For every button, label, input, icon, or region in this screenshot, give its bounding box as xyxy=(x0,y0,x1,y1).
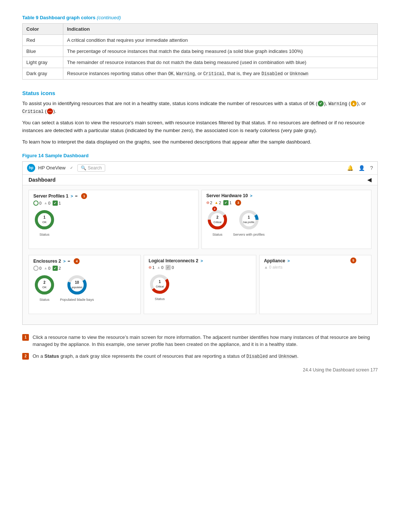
sh-donut-label: 2Critical xyxy=(213,215,221,224)
sh-donut: 2Critical xyxy=(206,209,229,231)
table-cell-indication: The percentage of resource instances tha… xyxy=(63,46,378,57)
chevron-icon: ✓ xyxy=(70,166,73,170)
server-profiles-panel: Server Profiles 1 > 1 0 ▲ 0 ✔ 1 xyxy=(29,190,199,249)
col-color-header: Color xyxy=(23,24,63,35)
topbar-icons: 🔔 👤 ? xyxy=(347,165,373,171)
sh-donut-wrapper: 2 2Critical xyxy=(206,209,229,232)
enc-title: Enclosures 2 > 4 xyxy=(33,258,136,264)
li-status-chart: 1Critical Status xyxy=(149,273,171,301)
triangle-icon: ▲ xyxy=(44,201,47,205)
li-link[interactable]: > xyxy=(200,259,203,263)
enc-ok-0: 0 xyxy=(33,266,41,271)
enc-donut: 2OK xyxy=(33,274,56,296)
sh-link[interactable]: > xyxy=(250,193,252,198)
dashboard-titlebar: Dashboard ◀ xyxy=(23,175,377,185)
status-icons-section: Status icons To assist you in identifyin… xyxy=(22,90,378,146)
annot-2: 2 xyxy=(212,206,217,211)
sh-warn-2: ▲ 2 xyxy=(214,201,221,205)
status-icons-para2: You can select a status icon to view the… xyxy=(22,119,378,135)
appliance-panel: Appliance > 5 ▲ 0 alerts xyxy=(259,255,371,314)
sh-title: Server Hardware 10 > xyxy=(206,193,367,198)
critical-icon: — xyxy=(47,108,53,114)
numbered-item-1: 1 Click a resource name to view the reso… xyxy=(22,334,378,348)
help-icon[interactable]: ? xyxy=(370,165,373,171)
sh-status-row: ⊖ 2 ▲ 2 ✔ 1 3 xyxy=(206,200,367,206)
panels-row-1: Server Profiles 1 > 1 0 ▲ 0 ✔ 1 xyxy=(29,190,371,249)
annot-5: 5 xyxy=(350,257,356,263)
status-icons-heading: Status icons xyxy=(22,90,378,96)
app-name: HP OneView xyxy=(38,165,66,171)
status-bold: Status xyxy=(44,353,59,359)
appliance-title: Appliance > 5 xyxy=(264,258,367,263)
bell-icon[interactable]: 🔔 xyxy=(347,165,353,171)
figure-title: Figure 14 Sample Dashboard xyxy=(22,153,378,158)
dashboard-container: hp HP OneView ✓ 🔍 Search 🔔 👤 ? Dashboard… xyxy=(22,161,378,325)
table-title: Table 9 Dashboard graph colors (continue… xyxy=(22,15,378,20)
unknown-code: Unknown xyxy=(279,354,297,359)
enc-pop-label: 10populated xyxy=(71,280,82,289)
appliance-alert-text: ▲ 0 alerts xyxy=(264,265,283,269)
sp-charts: 1OK Status xyxy=(33,209,194,236)
server-profiles-link[interactable]: > xyxy=(71,194,73,198)
enc-warn-0: ▲ 0 xyxy=(44,266,50,270)
col-indication-header: Indication xyxy=(63,24,378,35)
num-badge-2: 2 xyxy=(22,353,29,360)
sp-status-chart: 1OK Status xyxy=(33,209,56,236)
li-donut-label: 1Critical xyxy=(156,280,164,289)
sh-profile-label: 1has profile xyxy=(243,215,254,224)
li-check-icon: ✔ xyxy=(166,265,171,270)
search-box[interactable]: 🔍 Search xyxy=(77,164,105,172)
sp-ok-0: 0 xyxy=(33,201,41,206)
enc-dash xyxy=(68,261,70,262)
collapse-button[interactable]: ◀ xyxy=(367,177,371,183)
item-1-text: Click a resource name to view the resour… xyxy=(33,334,378,348)
li-check-0: ✔ 0 xyxy=(166,265,174,270)
numbered-list: 1 Click a resource name to view the reso… xyxy=(22,334,378,360)
table-cell-indication: A critical condition that requires your … xyxy=(63,35,378,46)
enc-status-sublabel: Status xyxy=(40,297,50,302)
table-row: Light gray xyxy=(23,57,63,68)
hp-logo: hp xyxy=(27,164,35,172)
numbered-item-2: 2 On a Status graph, a dark gray slice r… xyxy=(22,353,378,360)
sp-status-sublabel: Status xyxy=(40,232,50,236)
check-icon: ✔ xyxy=(53,201,58,206)
sh-profile-chart: 1has profile Servers with profiles xyxy=(233,209,265,236)
sp-check-1: ✔ 1 xyxy=(53,201,61,206)
color-table: Color Indication RedA critical condition… xyxy=(22,23,378,80)
user-icon[interactable]: 👤 xyxy=(359,165,365,171)
page-footer: 24.4 Using the Dashboard screen 177 xyxy=(22,367,378,373)
li-title: Logical Interconnects 2 > xyxy=(149,258,251,263)
dashboard-body: Server Profiles 1 > 1 0 ▲ 0 ✔ 1 xyxy=(23,185,377,324)
num-badge-1: 1 xyxy=(22,334,29,341)
enclosures-panel: Enclosures 2 > 4 0 ▲ 0 ✔ 2 xyxy=(29,255,141,314)
sh-check-1: ✔ 1 xyxy=(223,200,231,205)
appliance-link[interactable]: > xyxy=(287,259,290,263)
li-warn-0: ▲ 0 xyxy=(157,265,163,270)
sp-warn-0: ▲ 0 xyxy=(44,201,50,205)
enc-link[interactable]: > xyxy=(63,259,66,263)
li-critical-1: ⊖ 1 xyxy=(149,265,154,270)
enc-check-2: ✔ 2 xyxy=(53,266,61,271)
sp-donut: 1OK xyxy=(33,209,56,231)
annot-1: 1 xyxy=(81,193,87,199)
status-icons-para3: To learn how to interpret the data displ… xyxy=(22,138,378,146)
sh-charts: 2 2Critical Status xyxy=(206,209,367,236)
enc-status-chart: 2OK Status xyxy=(33,274,56,302)
dashboard-title: Dashboard xyxy=(29,177,56,183)
sh-profile-sublabel: Servers with profiles xyxy=(233,232,265,236)
enc-status-row: 0 ▲ 0 ✔ 2 xyxy=(33,266,136,271)
sh-status-sublabel: Status xyxy=(213,232,223,236)
li-charts: 1Critical Status xyxy=(149,273,251,301)
li-panel: Logical Interconnects 2 > ⊖ 1 ▲ 0 ✔ 0 xyxy=(144,255,256,314)
search-icon: 🔍 xyxy=(81,165,86,171)
panels-row-2: Enclosures 2 > 4 0 ▲ 0 ✔ 2 xyxy=(29,255,371,314)
disabled-code: Disabled xyxy=(246,354,268,359)
topbar: hp HP OneView ✓ 🔍 Search 🔔 👤 ? xyxy=(23,162,377,175)
enc-charts: 2OK Status 10populated Populated blad xyxy=(33,274,136,302)
enc-pop-sublabel: Populated blade bays xyxy=(60,297,94,302)
sh-check-icon: ✔ xyxy=(223,200,229,205)
enc-pop-donut: 10populated xyxy=(66,274,88,296)
table-cell-indication: Resource instances reporting status othe… xyxy=(63,68,378,80)
enc-pop-chart: 10populated Populated blade bays xyxy=(60,274,94,302)
enc-ok-icon xyxy=(33,266,39,271)
